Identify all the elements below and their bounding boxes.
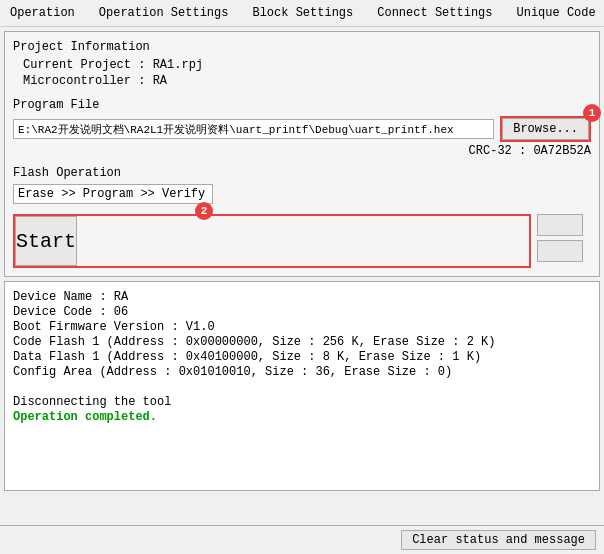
menu-operation-settings[interactable]: Operation Settings: [95, 4, 233, 22]
log-line: Config Area (Address : 0x01010010, Size …: [13, 365, 591, 379]
microcontroller-label: Microcontroller :: [23, 74, 145, 88]
log-line: Device Code : 06: [13, 305, 591, 319]
log-line: Disconnecting the tool: [13, 395, 591, 409]
microcontroller-row: Microcontroller : RA: [23, 74, 591, 88]
menu-operation[interactable]: Operation: [6, 4, 79, 22]
current-project-label: Current Project :: [23, 58, 145, 72]
file-input-row: E:\RA2开发说明文档\RA2L1开发说明资料\uart_printf\Deb…: [13, 116, 591, 142]
program-file-section: Program File E:\RA2开发说明文档\RA2L1开发说明资料\ua…: [13, 98, 591, 158]
log-line: Operation completed.: [13, 410, 591, 424]
browse-button-wrapper: Browse... 1: [500, 116, 591, 142]
log-line: Code Flash 1 (Address : 0x00000000, Size…: [13, 335, 591, 349]
log-panel[interactable]: Device Name : RADevice Code : 06Boot Fir…: [4, 281, 600, 491]
program-file-label: Program File: [13, 98, 591, 112]
bottom-bar: Clear status and message: [0, 525, 604, 554]
top-panel: Project Information Current Project : RA…: [4, 31, 600, 277]
crc-row: CRC-32 : 0A72B52A: [13, 144, 591, 158]
flash-section: Flash Operation Erase >> Program >> Veri…: [13, 166, 591, 268]
crc-label: CRC-32 :: [469, 144, 527, 158]
menu-connect-settings[interactable]: Connect Settings: [373, 4, 496, 22]
microcontroller-value: RA: [153, 74, 167, 88]
menu-unique-code[interactable]: Unique Code: [512, 4, 599, 22]
current-project-value: RA1.rpj: [153, 58, 203, 72]
start-button[interactable]: Start: [15, 216, 77, 266]
log-line: Boot Firmware Version : V1.0: [13, 320, 591, 334]
log-line: Device Name : RA: [13, 290, 591, 304]
start-row: Start 2: [13, 208, 591, 268]
badge-2: 2: [195, 202, 213, 220]
crc-value: 0A72B52A: [533, 144, 591, 158]
flash-operation-label: Flash Operation: [13, 166, 591, 180]
side-btn-1[interactable]: [537, 214, 583, 236]
log-line: [13, 380, 591, 394]
browse-button[interactable]: Browse...: [502, 118, 589, 140]
log-line: Data Flash 1 (Address : 0x40100000, Size…: [13, 350, 591, 364]
badge-1: 1: [583, 104, 601, 122]
side-btn-2[interactable]: [537, 240, 583, 262]
current-project-row: Current Project : RA1.rpj: [23, 58, 591, 72]
operation-select[interactable]: Erase >> Program >> Verify: [13, 184, 213, 204]
clear-button[interactable]: Clear status and message: [401, 530, 596, 550]
project-info-label: Project Information: [13, 40, 591, 54]
file-path-display: E:\RA2开发说明文档\RA2L1开发说明资料\uart_printf\Deb…: [13, 119, 494, 139]
start-button-wrapper: Start 2: [13, 214, 531, 268]
menu-bar: Operation Operation Settings Block Setti…: [0, 0, 604, 27]
side-buttons: [537, 208, 583, 268]
menu-block-settings[interactable]: Block Settings: [248, 4, 357, 22]
